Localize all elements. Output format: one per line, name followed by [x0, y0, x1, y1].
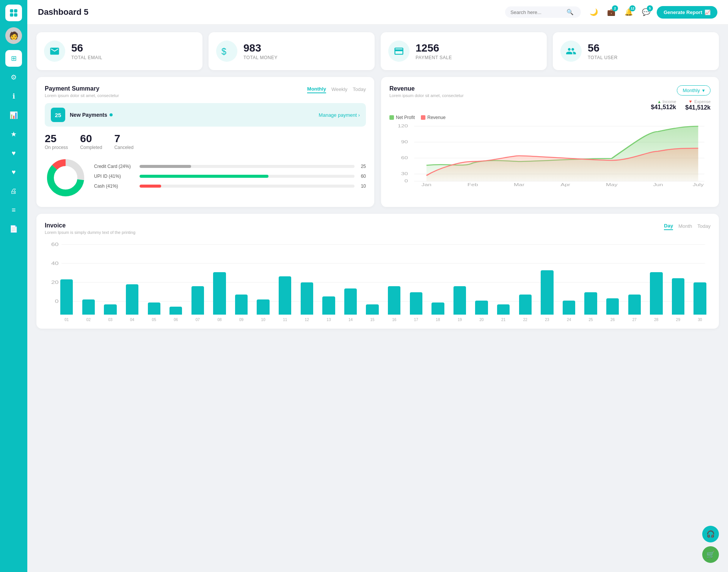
sidebar-item-analytics[interactable]: 📊	[5, 107, 22, 124]
bar-x-label: 26	[610, 318, 615, 322]
bar-item: 22	[515, 295, 536, 322]
bar-fill	[388, 286, 400, 315]
bar-item: 24	[559, 301, 580, 322]
tab-today-invoice[interactable]: Today	[697, 223, 711, 230]
tab-monthly-payment[interactable]: Monthly	[307, 85, 326, 93]
dark-mode-button[interactable]: 🌙	[587, 5, 601, 19]
sidebar-item-print[interactable]: 🖨	[5, 183, 22, 199]
svg-text:$: $	[221, 47, 226, 56]
chat-badge: 5	[647, 5, 653, 11]
money-count: 983	[243, 42, 278, 54]
bar-fill	[191, 286, 204, 315]
bar-item: 28	[646, 272, 667, 322]
tab-month-invoice[interactable]: Month	[678, 223, 692, 230]
search-box[interactable]: 🔍	[505, 6, 581, 18]
bar-fill	[563, 301, 575, 315]
bar-x-label: 27	[632, 318, 637, 322]
revenue-monthly-dropdown[interactable]: Monthly ▾	[677, 85, 711, 96]
bar-x-label: 13	[326, 318, 331, 322]
svg-text:Jun: Jun	[653, 183, 663, 187]
email-icon-wrap	[44, 41, 65, 62]
cart-float-button[interactable]: 🛒	[702, 546, 719, 563]
bar-item: 25	[580, 292, 601, 322]
chat-button[interactable]: 💬 5	[639, 5, 653, 19]
tab-day-invoice[interactable]: Day	[664, 222, 673, 230]
svg-rect-1	[14, 9, 17, 13]
income-arrow-icon: ▲	[657, 99, 661, 104]
sidebar-item-star[interactable]: ★	[5, 126, 22, 143]
bar-fill	[301, 282, 313, 315]
payment-panel-header: Payment Summary Lorem ipsum dolor sit am…	[45, 85, 366, 98]
bar-item: 21	[493, 304, 514, 322]
svg-text:Feb: Feb	[468, 183, 478, 187]
bar-item: 26	[602, 298, 623, 322]
stat-card-money: $ 983 TOTAL MONEY	[209, 32, 375, 70]
support-float-button[interactable]: 🎧	[702, 526, 719, 542]
bar-fill	[344, 288, 357, 315]
revenue-label: Revenue	[427, 115, 446, 120]
sidebar-logo[interactable]	[5, 5, 22, 21]
sidebar-item-menu[interactable]: ≡	[5, 202, 22, 218]
sidebar-item-heart2[interactable]: ♥	[5, 164, 22, 180]
svg-text:120: 120	[398, 124, 408, 128]
pb-credit-track	[140, 165, 355, 168]
email-count: 56	[71, 42, 102, 54]
bar-item: 01	[56, 279, 77, 322]
bar-fill	[497, 304, 510, 315]
bar-x-label: 15	[370, 318, 375, 322]
sidebar-item-settings[interactable]: ⚙	[5, 69, 22, 86]
bar-x-label: 23	[545, 318, 549, 322]
bar-x-label: 03	[108, 318, 112, 322]
bar-fill	[453, 286, 466, 315]
sidebar-item-list[interactable]: 📄	[5, 221, 22, 237]
donut-chart	[45, 157, 86, 200]
bar-fill	[104, 304, 116, 315]
generate-report-button[interactable]: Generate Report 📈	[657, 6, 717, 19]
wallet-button[interactable]: 💼 2	[604, 5, 618, 19]
bar-fill	[60, 279, 73, 315]
bar-x-label: 17	[414, 318, 418, 322]
bar-fill	[650, 272, 662, 315]
bar-x-label: 11	[283, 318, 287, 322]
tab-weekly-payment[interactable]: Weekly	[331, 86, 347, 93]
tab-today-payment[interactable]: Today	[353, 86, 366, 93]
user-count: 56	[588, 42, 618, 54]
pb-credit-fill	[140, 165, 191, 168]
bar-x-label: 30	[698, 318, 702, 322]
chart-bar-icon: 📈	[704, 9, 711, 15]
pb-cash-fill	[140, 185, 161, 188]
avatar[interactable]: 🧑	[5, 27, 22, 44]
completed-label: Completed	[80, 145, 102, 150]
sidebar-item-heart[interactable]: ♥	[5, 145, 22, 161]
revenue-chart: 120 90 60 30 0 Jan Feb Mar Apr May Jun J…	[389, 122, 711, 187]
bar-fill	[431, 302, 444, 315]
bell-button[interactable]: 🔔 12	[622, 5, 635, 19]
bar-item: 07	[187, 286, 209, 322]
bar-item: 12	[297, 282, 318, 322]
manage-payment-link[interactable]: Manage payment ›	[319, 112, 360, 118]
bar-item: 15	[362, 304, 383, 322]
bar-item: 04	[122, 284, 143, 322]
stat-card-email: 56 TOTAL EMAIL	[36, 32, 202, 70]
pb-upi-fill	[140, 175, 268, 178]
revenue-panel: Revenue Lorem ipsum dolor sit amet, cons…	[381, 77, 719, 207]
bar-fill	[126, 284, 138, 315]
bar-fill	[693, 282, 706, 315]
payment-summary-panel: Payment Summary Lorem ipsum dolor sit am…	[36, 77, 374, 207]
bar-x-label: 16	[392, 318, 396, 322]
legend-revenue: Revenue	[421, 115, 446, 120]
bar-fill	[628, 295, 641, 315]
svg-text:May: May	[606, 183, 618, 187]
revenue-title: Revenue	[389, 85, 464, 92]
svg-text:Apr: Apr	[561, 183, 571, 187]
sidebar-item-dashboard[interactable]: ⊞	[5, 50, 22, 67]
sidebar-item-info[interactable]: ℹ	[5, 88, 22, 105]
bar-fill	[279, 276, 291, 315]
search-input[interactable]	[510, 9, 563, 15]
pb-credit-val: 25	[358, 164, 366, 169]
header-icons: 🌙 💼 2 🔔 12 💬 5 Generate Report 📈	[587, 5, 717, 19]
headphone-icon: 🎧	[706, 530, 715, 538]
bar-fill	[322, 296, 335, 315]
invoice-tabs: Day Month Today	[664, 222, 711, 230]
sidebar: 🧑 ⊞ ⚙ ℹ 📊 ★ ♥ ♥ 🖨 ≡ 📄	[0, 0, 27, 572]
